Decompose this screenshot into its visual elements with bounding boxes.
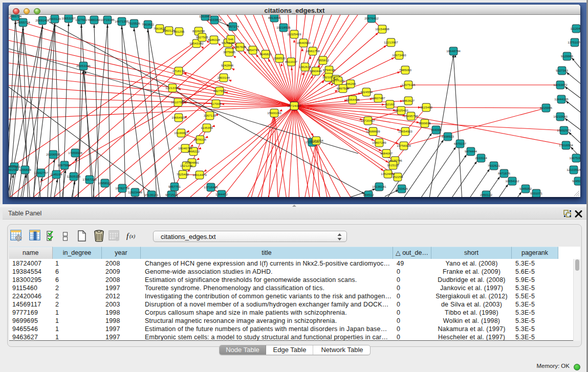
svg-text:16782759: 16782759 xyxy=(115,186,129,190)
svg-text:1112043: 1112043 xyxy=(570,27,580,30)
svg-text:15807249: 15807249 xyxy=(372,141,386,144)
svg-text:9129966: 9129966 xyxy=(561,54,574,58)
svg-text:16107559: 16107559 xyxy=(171,100,185,104)
svg-text:8813054: 8813054 xyxy=(268,16,281,19)
svg-text:12213967: 12213967 xyxy=(384,40,398,44)
svg-text:16210643: 16210643 xyxy=(553,115,568,118)
svg-text:17957223: 17957223 xyxy=(82,178,97,181)
svg-text:1362615: 1362615 xyxy=(299,65,312,69)
svg-text:2803144: 2803144 xyxy=(217,76,230,79)
svg-text:19166827: 19166827 xyxy=(174,131,188,135)
svg-text:7632621: 7632621 xyxy=(488,164,500,167)
svg-text:1145194: 1145194 xyxy=(50,172,62,176)
svg-text:8454749: 8454749 xyxy=(247,48,259,52)
svg-text:1327602: 1327602 xyxy=(75,18,88,21)
svg-text:3267130: 3267130 xyxy=(204,114,216,117)
svg-text:9327505: 9327505 xyxy=(196,35,209,39)
svg-text:7357274: 7357274 xyxy=(227,25,239,28)
svg-text:9146821: 9146821 xyxy=(259,52,272,56)
svg-text:19654923: 19654923 xyxy=(171,116,186,119)
svg-text:9474444: 9474444 xyxy=(465,149,477,153)
svg-text:15720407: 15720407 xyxy=(361,119,375,122)
svg-text:8471676: 8471676 xyxy=(498,171,511,175)
svg-text:9331071: 9331071 xyxy=(530,191,543,195)
svg-text:9115460: 9115460 xyxy=(420,105,432,109)
svg-text:16648784: 16648784 xyxy=(446,49,461,53)
svg-text:20691406: 20691406 xyxy=(35,18,50,22)
svg-text:7663822: 7663822 xyxy=(142,23,155,26)
svg-text:8938923: 8938923 xyxy=(442,135,454,138)
svg-text:2450122: 2450122 xyxy=(480,193,493,196)
svg-text:10958117: 10958117 xyxy=(98,181,112,185)
svg-text:7485063: 7485063 xyxy=(399,68,412,72)
svg-text:19756928: 19756928 xyxy=(397,144,411,147)
svg-text:8215955: 8215955 xyxy=(540,106,553,110)
svg-text:16914479: 16914479 xyxy=(192,173,207,177)
svg-text:1284452: 1284452 xyxy=(215,192,228,196)
svg-text:891295: 891295 xyxy=(174,30,185,33)
svg-text:13716485: 13716485 xyxy=(204,185,218,189)
svg-text:10025433: 10025433 xyxy=(394,108,408,112)
svg-text:18640910: 18640910 xyxy=(296,41,311,45)
svg-text:14055724: 14055724 xyxy=(16,20,30,24)
svg-text:884512: 884512 xyxy=(363,193,374,196)
svg-text:15692971: 15692971 xyxy=(557,128,571,132)
svg-text:8427552: 8427552 xyxy=(213,89,226,93)
svg-text:10975867: 10975867 xyxy=(57,163,72,167)
svg-text:12505115: 12505115 xyxy=(67,174,81,178)
svg-text:13495758: 13495758 xyxy=(404,114,418,118)
svg-text:20053346: 20053346 xyxy=(76,64,91,68)
svg-text:9699695: 9699695 xyxy=(419,121,431,125)
svg-text:12444195: 12444195 xyxy=(554,97,569,101)
svg-text:1733426: 1733426 xyxy=(396,187,408,190)
svg-text:2003120: 2003120 xyxy=(49,17,61,20)
svg-text:9872534: 9872534 xyxy=(165,193,178,196)
svg-text:1135359: 1135359 xyxy=(201,126,213,129)
svg-text:19218506: 19218506 xyxy=(276,26,291,29)
svg-text:1156829: 1156829 xyxy=(19,168,31,171)
svg-text:12975115: 12975115 xyxy=(401,83,416,86)
svg-text:7515526: 7515526 xyxy=(128,21,141,25)
svg-text:252254: 252254 xyxy=(393,175,403,179)
svg-text:8226058: 8226058 xyxy=(192,29,205,33)
svg-text:12213389: 12213389 xyxy=(165,86,180,90)
svg-text:17359928: 17359928 xyxy=(68,151,82,155)
svg-text:3024554: 3024554 xyxy=(360,90,373,94)
svg-text:15136141: 15136141 xyxy=(144,193,159,196)
svg-text:15900243: 15900243 xyxy=(267,111,281,115)
svg-text:7625402: 7625402 xyxy=(177,172,189,176)
svg-text:12103514: 12103514 xyxy=(567,168,580,171)
svg-text:2055724: 2055724 xyxy=(9,15,22,18)
svg-text:2867608: 2867608 xyxy=(234,45,247,49)
svg-text:1521234: 1521234 xyxy=(180,164,193,167)
svg-text:20206535: 20206535 xyxy=(46,152,60,156)
svg-text:12923448: 12923448 xyxy=(128,190,142,194)
svg-text:19384554: 19384554 xyxy=(309,139,323,142)
svg-text:9242848: 9242848 xyxy=(221,63,234,67)
svg-text:9227343: 9227343 xyxy=(556,69,569,72)
svg-text:9684067: 9684067 xyxy=(380,151,393,155)
svg-text:7955812: 7955812 xyxy=(317,58,330,62)
svg-text:3498222: 3498222 xyxy=(187,149,200,153)
svg-text:19654923: 19654923 xyxy=(398,129,412,133)
svg-text:1588520: 1588520 xyxy=(273,56,286,60)
svg-text:16033809: 16033809 xyxy=(207,18,222,21)
svg-text:15136141: 15136141 xyxy=(372,185,386,188)
svg-text:3875685: 3875685 xyxy=(223,50,236,54)
svg-text:10973493: 10973493 xyxy=(392,53,406,57)
svg-text:20364436: 20364436 xyxy=(345,98,360,101)
svg-text:9777109: 9777109 xyxy=(332,79,345,82)
svg-text:9245052: 9245052 xyxy=(572,179,580,183)
svg-text:8878334: 8878334 xyxy=(194,138,207,141)
svg-text:12093872: 12093872 xyxy=(553,83,568,86)
svg-text:17016504: 17016504 xyxy=(559,143,573,147)
svg-text:10807487: 10807487 xyxy=(371,96,385,100)
svg-text:(x): (x) xyxy=(129,233,136,239)
svg-text:16154808: 16154808 xyxy=(375,27,389,31)
svg-text:2718170: 2718170 xyxy=(172,69,185,73)
svg-text:10719185: 10719185 xyxy=(100,18,115,21)
svg-text:11675300: 11675300 xyxy=(569,156,580,160)
svg-text:2933114: 2933114 xyxy=(475,156,487,160)
svg-text:8186328: 8186328 xyxy=(208,38,221,41)
svg-text:9463627: 9463627 xyxy=(402,99,415,102)
